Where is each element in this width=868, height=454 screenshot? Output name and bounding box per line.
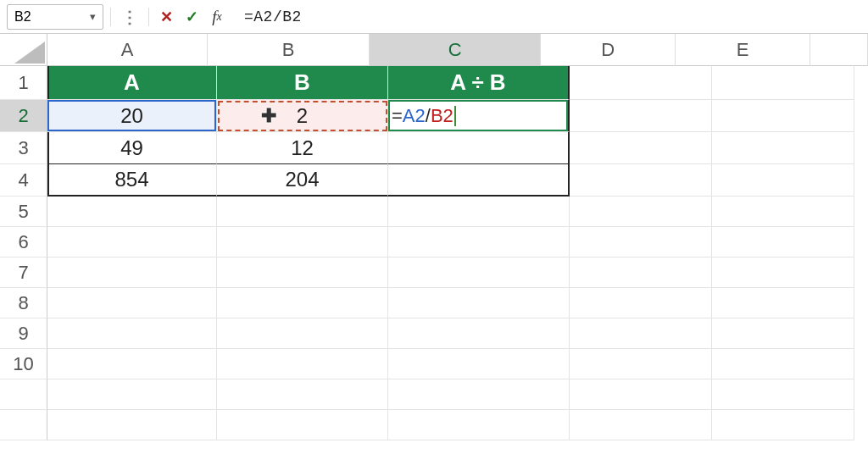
cell-A11[interactable] [47, 379, 217, 410]
col-header-D[interactable]: D [541, 34, 676, 66]
separator [148, 8, 149, 26]
cell-D1[interactable] [570, 66, 712, 100]
cell-E10[interactable] [712, 349, 854, 379]
cell-B11[interactable] [217, 379, 388, 410]
row-header-11[interactable] [0, 379, 47, 410]
row-header-2[interactable]: 2 [0, 100, 47, 132]
cell-D12[interactable] [570, 410, 712, 440]
cell-A5[interactable] [47, 197, 217, 227]
cell-E9[interactable] [712, 318, 854, 349]
cell-E3[interactable] [712, 132, 854, 164]
col-header-A[interactable]: A [47, 34, 208, 66]
name-box-value: B2 [14, 9, 31, 25]
cell-A4[interactable]: 854 [47, 164, 217, 197]
row-header-12[interactable] [0, 410, 47, 440]
cell-C3[interactable] [388, 132, 570, 164]
cell-C11[interactable] [388, 379, 570, 410]
cell-D9[interactable] [570, 318, 712, 349]
accept-icon[interactable]: ✓ [181, 7, 202, 27]
cell-E11[interactable] [712, 379, 854, 410]
cell-C9[interactable] [388, 318, 570, 349]
row-header-6[interactable]: 6 [0, 227, 47, 257]
formula-ref-A: A2 [403, 105, 426, 127]
cell-E1[interactable] [712, 66, 854, 100]
cell-B2[interactable]: 2 [217, 100, 388, 132]
cell-D3[interactable] [570, 132, 712, 164]
row-header-1[interactable]: 1 [0, 66, 47, 100]
text-caret [454, 106, 456, 126]
cell-E5[interactable] [712, 197, 854, 227]
cell-C10[interactable] [388, 349, 570, 379]
select-all-corner[interactable] [0, 34, 47, 66]
chevron-down-icon[interactable]: ▾ [90, 10, 96, 23]
cell-E8[interactable] [712, 288, 854, 318]
formula-eq: = [392, 105, 403, 127]
more-dots-icon[interactable]: ⋮ [118, 8, 142, 25]
cell-C6[interactable] [388, 227, 570, 257]
row-header-7[interactable]: 7 [0, 257, 47, 288]
cell-B5[interactable] [217, 197, 388, 227]
cell-E7[interactable] [712, 257, 854, 288]
cell-A7[interactable] [47, 257, 217, 288]
cell-A6[interactable] [47, 227, 217, 257]
cell-A3[interactable]: 49 [47, 132, 217, 164]
cell-B10[interactable] [217, 349, 388, 379]
col-header-partial[interactable] [810, 34, 868, 66]
col-header-B[interactable]: B [208, 34, 370, 66]
cell-C2-editing[interactable]: =A2/B2 [388, 100, 570, 132]
row-header-3[interactable]: 3 [0, 132, 47, 164]
col-header-C[interactable]: C [370, 34, 541, 66]
cell-E6[interactable] [712, 227, 854, 257]
cell-A1[interactable]: A [47, 66, 217, 100]
cell-E2[interactable] [712, 100, 854, 132]
cell-C5[interactable] [388, 197, 570, 227]
row-header-10[interactable]: 10 [0, 349, 47, 379]
cell-B7[interactable] [217, 257, 388, 288]
cell-A9[interactable] [47, 318, 217, 349]
cell-C7[interactable] [388, 257, 570, 288]
cell-D5[interactable] [570, 197, 712, 227]
cell-A10[interactable] [47, 349, 217, 379]
cell-B3[interactable]: 12 [217, 132, 388, 164]
row-headers: 1 2 3 4 5 6 7 8 9 10 [0, 66, 47, 440]
formula-bar: B2 ▾ ⋮ ✕ ✓ fx =A2/B2 [0, 0, 868, 34]
cell-B6[interactable] [217, 227, 388, 257]
cell-B9[interactable] [217, 318, 388, 349]
cell-A12[interactable] [47, 410, 217, 440]
cell-E12[interactable] [712, 410, 854, 440]
cell-B1[interactable]: B [217, 66, 388, 100]
cell-C12[interactable] [388, 410, 570, 440]
cell-D2[interactable] [570, 100, 712, 132]
col-header-E[interactable]: E [676, 34, 810, 66]
cell-C1[interactable]: A ÷ B [388, 66, 570, 100]
formula-ref-B: B2 [431, 105, 453, 127]
cell-B12[interactable] [217, 410, 388, 440]
row-header-8[interactable]: 8 [0, 288, 47, 318]
cell-B4[interactable]: 204 [217, 164, 388, 197]
cell-C4[interactable] [388, 164, 570, 197]
cell-D4[interactable] [570, 164, 712, 197]
separator [110, 8, 111, 26]
row-header-9[interactable]: 9 [0, 318, 47, 349]
cancel-icon[interactable]: ✕ [156, 7, 176, 27]
cell-D10[interactable] [570, 349, 712, 379]
row-header-5[interactable]: 5 [0, 197, 47, 227]
fx-icon[interactable]: fx [207, 7, 227, 27]
cell-C8[interactable] [388, 288, 570, 318]
cell-A8[interactable] [47, 288, 217, 318]
cell-D8[interactable] [570, 288, 712, 318]
cell-A2[interactable]: 20 [47, 100, 217, 132]
formula-input[interactable]: =A2/B2 [232, 8, 861, 25]
spreadsheet-grid: A B C D E 1 2 3 4 5 6 7 8 9 10 A B A ÷ B… [0, 34, 868, 454]
cell-E4[interactable] [712, 164, 854, 197]
cell-D7[interactable] [570, 257, 712, 288]
cell-D6[interactable] [570, 227, 712, 257]
cell-B8[interactable] [217, 288, 388, 318]
row-header-4[interactable]: 4 [0, 164, 47, 197]
column-headers: A B C D E [47, 34, 868, 66]
name-box[interactable]: B2 ▾ [7, 4, 103, 30]
cell-D11[interactable] [570, 379, 712, 410]
